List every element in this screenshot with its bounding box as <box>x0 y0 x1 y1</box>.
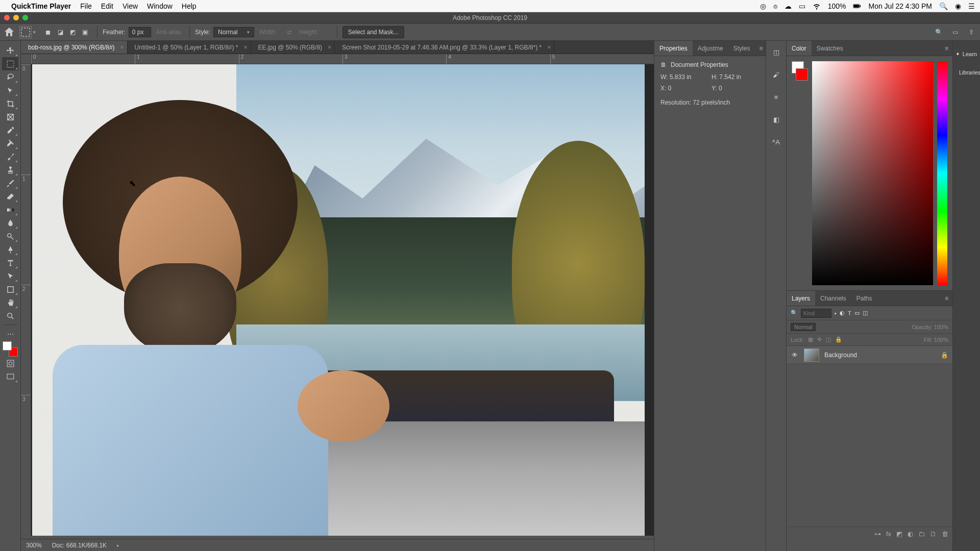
lock-position-icon[interactable]: ✜ <box>817 336 822 343</box>
crop-tool[interactable] <box>2 97 18 110</box>
clock[interactable]: Mon Jul 22 4:30 PM <box>868 2 932 10</box>
close-icon[interactable]: × <box>328 44 331 51</box>
brush-settings-icon[interactable]: 🖌 <box>770 68 782 81</box>
tab-channels[interactable]: Channels <box>815 291 851 306</box>
menu-app[interactable]: QuickTime Player <box>11 2 71 10</box>
search-icon[interactable]: 🔍 <box>933 27 944 38</box>
tab-paths[interactable]: Paths <box>851 291 877 306</box>
menu-edit[interactable]: Edit <box>101 2 113 10</box>
visibility-toggle[interactable]: 👁 <box>791 352 799 359</box>
tool-preset-chevron[interactable]: ▾ <box>33 30 36 35</box>
ruler-horizontal[interactable]: 012345 <box>31 54 654 64</box>
status-icon-3[interactable]: ☁ <box>785 2 792 10</box>
intersect-selection-icon[interactable]: ▣ <box>80 27 90 37</box>
brush-tool[interactable] <box>2 150 18 163</box>
close-icon[interactable]: × <box>120 44 124 51</box>
filter-adjust-icon[interactable]: ◐ <box>840 310 845 316</box>
libraries-panel-button[interactable]: Libraries <box>953 63 980 82</box>
search-icon[interactable]: 🔍 <box>791 310 798 316</box>
pen-tool[interactable] <box>2 243 18 256</box>
battery-icon[interactable] <box>853 2 861 10</box>
layer-name[interactable]: Background <box>824 352 857 359</box>
dodge-tool[interactable] <box>2 230 18 243</box>
type-tool[interactable] <box>2 256 18 269</box>
fill-value[interactable]: 100% <box>934 337 948 343</box>
panel-menu-icon[interactable]: ≡ <box>941 45 952 52</box>
zoom-level[interactable]: 300% <box>26 542 42 549</box>
move-tool[interactable] <box>2 44 18 57</box>
opacity-value[interactable]: 100% <box>934 324 948 330</box>
close-icon[interactable]: × <box>244 44 248 51</box>
layer-fx-icon[interactable]: fx <box>886 530 891 538</box>
link-layers-icon[interactable]: ⊶ <box>874 530 881 538</box>
blur-tool[interactable] <box>2 216 18 230</box>
eyedropper-tool[interactable] <box>2 123 18 137</box>
menu-window[interactable]: Window <box>147 2 173 10</box>
wifi-icon[interactable] <box>813 2 821 10</box>
delete-layer-icon[interactable]: 🗑 <box>942 530 948 538</box>
layer-thumbnail[interactable] <box>804 348 819 362</box>
select-and-mask-button[interactable]: Select and Mask... <box>342 26 404 38</box>
blend-mode-select[interactable]: Normal <box>791 323 816 331</box>
tab-styles[interactable]: Styles <box>728 41 755 56</box>
subtract-selection-icon[interactable]: ◩ <box>67 27 78 37</box>
tab-properties[interactable]: Properties <box>654 41 693 56</box>
eraser-tool[interactable] <box>2 190 18 203</box>
status-icon-2[interactable]: ⌾ <box>773 2 777 10</box>
notification-icon[interactable]: ☰ <box>968 2 975 10</box>
marquee-tool[interactable] <box>2 57 18 70</box>
share-icon[interactable]: ⇧ <box>966 27 977 38</box>
doc-tab-1[interactable]: bob-ross.jpg @ 300% (RGB/8#)× <box>21 41 128 54</box>
filter-type-icon[interactable]: T <box>848 310 851 316</box>
add-selection-icon[interactable]: ◪ <box>55 27 65 37</box>
edit-toolbar[interactable]: ⋯ <box>2 327 18 340</box>
quick-mask-toggle[interactable] <box>2 357 18 370</box>
spotlight-icon[interactable]: 🔍 <box>939 2 948 10</box>
airplay-icon[interactable]: ▭ <box>799 2 805 10</box>
doc-tab-2[interactable]: Untitled-1 @ 50% (Layer 1, RGB/8#) *× <box>128 41 251 54</box>
zoom-tool[interactable] <box>2 309 18 322</box>
lock-artboard-icon[interactable]: ◫ <box>826 336 831 343</box>
document-canvas[interactable]: ⬉ <box>32 64 654 536</box>
color-bg-swatch[interactable] <box>796 68 808 81</box>
tab-swatches[interactable]: Swatches <box>812 41 848 56</box>
doc-tab-4[interactable]: Screen Shot 2019-05-29 at 7.46.36 AM.png… <box>335 41 554 54</box>
new-selection-icon[interactable]: ◼ <box>43 27 53 37</box>
lasso-tool[interactable] <box>2 70 18 84</box>
history-icon[interactable]: ◫ <box>770 46 782 58</box>
menu-view[interactable]: View <box>122 2 138 10</box>
quick-select-tool[interactable] <box>2 84 18 97</box>
panel-menu-icon[interactable]: ≡ <box>941 295 952 302</box>
color-field[interactable] <box>812 61 933 285</box>
layer-mask-icon[interactable]: ◩ <box>896 530 902 538</box>
filter-shape-icon[interactable]: ▭ <box>854 310 860 316</box>
menu-file[interactable]: File <box>80 2 92 10</box>
lock-icon[interactable]: 🔒 <box>941 352 948 359</box>
new-layer-icon[interactable]: 🗋 <box>930 530 937 538</box>
shape-tool[interactable] <box>2 283 18 296</box>
status-menu-chevron[interactable]: ▸ <box>117 543 119 548</box>
healing-tool[interactable] <box>2 137 18 150</box>
tool-preset[interactable] <box>19 26 32 38</box>
filter-pixel-icon[interactable]: ▪ <box>835 310 837 316</box>
layer-filter-input[interactable] <box>801 309 831 318</box>
tab-color[interactable]: Color <box>787 41 812 56</box>
tab-adjustments[interactable]: Adjustme <box>693 41 728 56</box>
window-close[interactable] <box>4 15 10 20</box>
doc-size[interactable]: Doc: 668.1K/668.1K <box>52 542 107 549</box>
tab-layers[interactable]: Layers <box>787 291 815 306</box>
learn-panel-button[interactable]: Learn <box>953 45 980 63</box>
glyphs-icon[interactable]: ◧ <box>770 113 782 126</box>
workspace-icon[interactable]: ▭ <box>949 27 961 38</box>
layer-row[interactable]: 👁 Background 🔒 <box>787 346 952 364</box>
siri-icon[interactable]: ◉ <box>955 2 961 10</box>
stamp-tool[interactable] <box>2 163 18 177</box>
ruler-origin[interactable] <box>21 54 31 64</box>
feather-input[interactable]: 0 px <box>129 27 151 37</box>
style-select[interactable]: Normal▾ <box>213 27 254 37</box>
color-swatches[interactable] <box>3 341 18 357</box>
character-icon[interactable]: ᴬA <box>770 136 782 148</box>
filter-smart-icon[interactable]: ◫ <box>863 310 868 316</box>
adjustment-layer-icon[interactable]: ◐ <box>908 530 913 538</box>
home-button[interactable] <box>3 26 15 38</box>
